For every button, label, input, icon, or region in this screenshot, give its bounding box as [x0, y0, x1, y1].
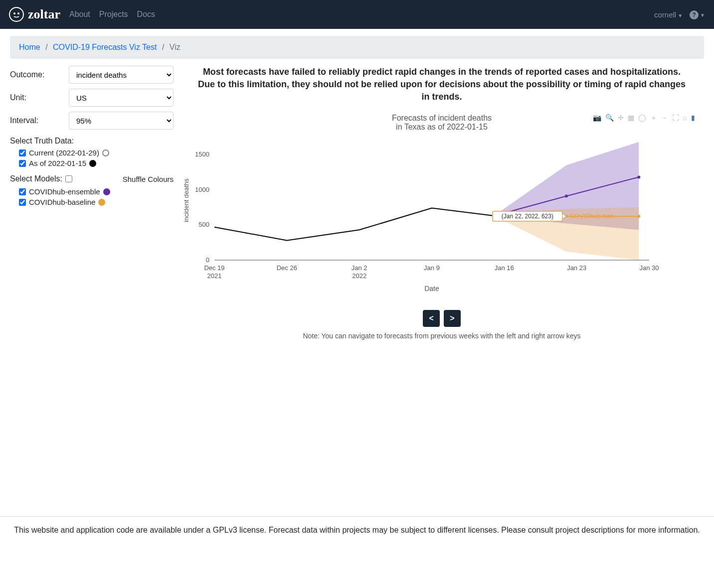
interval-select[interactable]: 95% — [69, 112, 174, 130]
pan-icon[interactable]: ✛ — [618, 114, 624, 123]
models-section-label: Select Models: — [10, 174, 72, 183]
svg-text:Jan 16: Jan 16 — [495, 264, 514, 272]
zoom-icon[interactable]: 🔍 — [605, 114, 614, 123]
navbar-left: zoltar About Projects Docs — [9, 7, 155, 22]
week-nav: < > — [179, 310, 704, 327]
svg-point-0 — [13, 12, 15, 14]
chart-wrap: 📷 🔍 ✛ ▦ ◯ ＋ － ⛶ ⌂ ▮ Forecasts of inciden… — [179, 114, 704, 340]
svg-text:0: 0 — [206, 256, 209, 264]
nav-links: About Projects Docs — [69, 10, 155, 19]
truth-checkbox-asof[interactable] — [19, 160, 26, 167]
truth-item-current: Current (2022-01-29) — [19, 148, 174, 157]
caret-down-icon: ▼ — [700, 12, 705, 18]
swatch-orange-icon — [98, 199, 105, 206]
chart-svg: 050010001500incident deathsDec 192021Dec… — [179, 136, 704, 295]
model-label: COVIDhub-baseline — [29, 198, 95, 206]
swatch-grey-icon — [102, 149, 109, 156]
svg-text:(Jan 22, 2022, 623): (Jan 22, 2022, 623) — [502, 213, 553, 220]
disclaimer-text: Most forecasts have failed to reliably p… — [179, 66, 704, 114]
zoom-in-icon[interactable]: ＋ — [650, 114, 657, 123]
svg-point-1 — [17, 12, 19, 14]
svg-text:COVIDhub-bas...: COVIDhub-bas... — [569, 212, 619, 220]
caret-down-icon: ▼ — [678, 13, 683, 18]
zoom-out-icon[interactable]: － — [661, 114, 668, 123]
outcome-label: Outcome: — [10, 70, 69, 79]
svg-text:incident deaths: incident deaths — [182, 178, 190, 222]
chart-plot[interactable]: 050010001500incident deathsDec 192021Dec… — [179, 136, 704, 295]
breadcrumb-current: Viz — [170, 43, 180, 51]
svg-point-23 — [637, 215, 640, 218]
svg-text:Dec 19: Dec 19 — [204, 264, 224, 272]
svg-text:1000: 1000 — [195, 185, 209, 193]
svg-text:Dec 26: Dec 26 — [277, 264, 297, 272]
breadcrumb: Home / COVID-19 Forecasts Viz Test / Viz — [10, 36, 704, 59]
model-item-ensemble: COVIDhub-ensemble — [19, 187, 174, 196]
svg-text:2021: 2021 — [207, 272, 222, 280]
model-checkbox-ensemble[interactable] — [19, 188, 26, 195]
outcome-row: Outcome: incident deaths — [10, 66, 174, 84]
nav-about[interactable]: About — [69, 10, 90, 19]
reset-icon[interactable]: ⌂ — [683, 114, 687, 123]
brand-logo[interactable]: zoltar — [9, 7, 60, 22]
prev-week-button[interactable]: < — [423, 310, 440, 327]
svg-point-19 — [565, 194, 568, 197]
truth-label: Current (2022-01-29) — [29, 148, 99, 157]
models-label-text: Select Models: — [10, 174, 62, 183]
unit-row: Unit: US — [10, 89, 174, 107]
truth-item-asof: As of 2022-01-15 — [19, 159, 174, 167]
svg-text:2022: 2022 — [352, 272, 366, 280]
nav-projects[interactable]: Projects — [99, 10, 128, 19]
truth-label: As of 2022-01-15 — [29, 159, 86, 167]
model-item-baseline: COVIDhub-baseline — [19, 198, 174, 206]
outcome-select[interactable]: incident deaths — [69, 66, 174, 84]
page-container: Home / COVID-19 Forecasts Viz Test / Viz… — [3, 29, 711, 347]
brand-text: zoltar — [28, 7, 60, 22]
svg-text:1500: 1500 — [195, 150, 209, 158]
navbar: zoltar About Projects Docs cornell▼ ?▼ — [0, 0, 714, 29]
svg-text:500: 500 — [198, 221, 209, 228]
shuffle-colours-button[interactable]: Shuffle Colours — [123, 175, 174, 183]
model-label: COVIDhub-ensemble — [29, 187, 100, 196]
truth-section-label: Select Truth Data: — [10, 137, 174, 146]
breadcrumb-sep: / — [162, 43, 164, 51]
navbar-right: cornell▼ ?▼ — [654, 10, 705, 19]
swatch-black-icon — [89, 160, 96, 167]
help-menu[interactable]: ?▼ — [690, 10, 705, 19]
box-select-icon[interactable]: ▦ — [628, 114, 634, 123]
next-week-button[interactable]: > — [444, 310, 461, 327]
autoscale-icon[interactable]: ⛶ — [672, 114, 679, 123]
content: Most forecasts have failed to reliably p… — [179, 66, 704, 340]
svg-text:Jan 30: Jan 30 — [639, 264, 659, 272]
camera-icon[interactable]: 📷 — [593, 114, 601, 123]
main-row: Outcome: incident deaths Unit: US Interv… — [10, 66, 704, 340]
interval-row: Interval: 95% — [10, 112, 174, 130]
logo-icon — [9, 7, 24, 22]
chart-title-line2: in Texas as of 2022-01-15 — [179, 123, 704, 132]
unit-label: Unit: — [10, 93, 69, 102]
nav-docs[interactable]: Docs — [137, 10, 155, 19]
models-header: Select Models: Shuffle Colours — [10, 174, 174, 183]
footer: This website and application code are av… — [0, 516, 714, 544]
nav-note: Note: You can navigate to forecasts from… — [179, 332, 704, 340]
help-icon: ? — [690, 10, 699, 19]
user-menu[interactable]: cornell▼ — [654, 10, 683, 19]
breadcrumb-sep: / — [45, 43, 47, 51]
models-select-all-checkbox[interactable] — [65, 175, 72, 182]
lasso-icon[interactable]: ◯ — [638, 114, 646, 123]
unit-select[interactable]: US — [69, 89, 174, 107]
breadcrumb-project[interactable]: COVID-19 Forecasts Viz Test — [53, 43, 157, 51]
svg-text:Jan 23: Jan 23 — [567, 264, 586, 272]
model-checkbox-baseline[interactable] — [19, 199, 26, 206]
swatch-purple-icon — [103, 188, 110, 195]
sidebar: Outcome: incident deaths Unit: US Interv… — [10, 66, 179, 340]
interval-label: Interval: — [10, 116, 69, 125]
truth-checkbox-current[interactable] — [19, 149, 26, 156]
plotly-logo-icon[interactable]: ▮ — [691, 114, 695, 123]
svg-text:Date: Date — [424, 285, 439, 293]
svg-text:Jan 2: Jan 2 — [352, 264, 367, 272]
svg-text:Jan 9: Jan 9 — [424, 264, 440, 272]
svg-point-20 — [637, 175, 640, 178]
plotly-modebar: 📷 🔍 ✛ ▦ ◯ ＋ － ⛶ ⌂ ▮ — [593, 114, 695, 123]
breadcrumb-home[interactable]: Home — [19, 43, 40, 51]
user-name: cornell — [654, 10, 676, 19]
